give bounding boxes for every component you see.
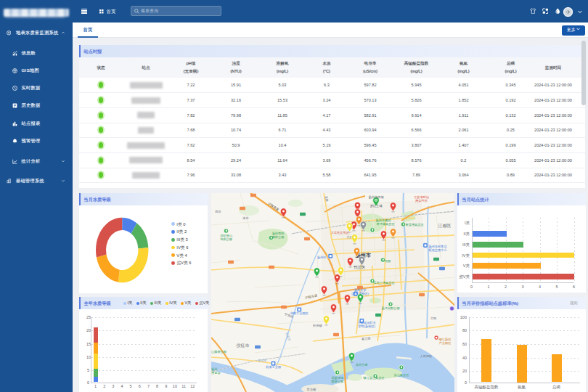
svg-text:江都区: 江都区 (438, 223, 451, 229)
svg-text:产业园区: 产业园区 (438, 341, 452, 345)
svg-text:镇江金山风景区: 镇江金山风景区 (362, 376, 385, 380)
svg-text:人民四组: 人民四组 (420, 354, 432, 358)
svg-text:枢纽交通中心: 枢纽交通中心 (428, 248, 447, 252)
svg-text:运河三湾风景区: 运河三湾风景区 (373, 281, 395, 285)
svg-text:仪征市: 仪征市 (236, 343, 249, 348)
svg-text:大运河文化区: 大运河文化区 (330, 231, 349, 234)
svg-text:地质公园: 地质公园 (219, 237, 232, 241)
svg-text:朱庄: 朱庄 (242, 216, 249, 220)
svg-text:西庄: 西庄 (215, 210, 221, 213)
svg-text:吉运河: 吉运河 (258, 359, 266, 362)
svg-text:森林公园: 森林公园 (271, 235, 284, 239)
svg-text:世业镇: 世业镇 (306, 388, 316, 391)
svg-text:学院(新校区): 学院(新校区) (358, 324, 375, 328)
svg-text:焦山风景区: 焦山风景区 (393, 373, 409, 377)
svg-text:朴席镇: 朴席镇 (312, 324, 322, 327)
svg-text:森林公园: 森林公园 (331, 380, 343, 383)
svg-text:山森林公园: 山森林公园 (211, 350, 226, 354)
svg-text:瓜州古渡: 瓜州古渡 (355, 363, 367, 367)
svg-text:大路: 大路 (430, 317, 436, 320)
svg-text:利涛工业园: 利涛工业园 (266, 365, 281, 369)
svg-text:唐子城风景区: 唐子城风景区 (376, 222, 395, 226)
svg-text:邗江区: 邗江区 (353, 265, 365, 270)
svg-text:博览会: 博览会 (211, 371, 221, 375)
